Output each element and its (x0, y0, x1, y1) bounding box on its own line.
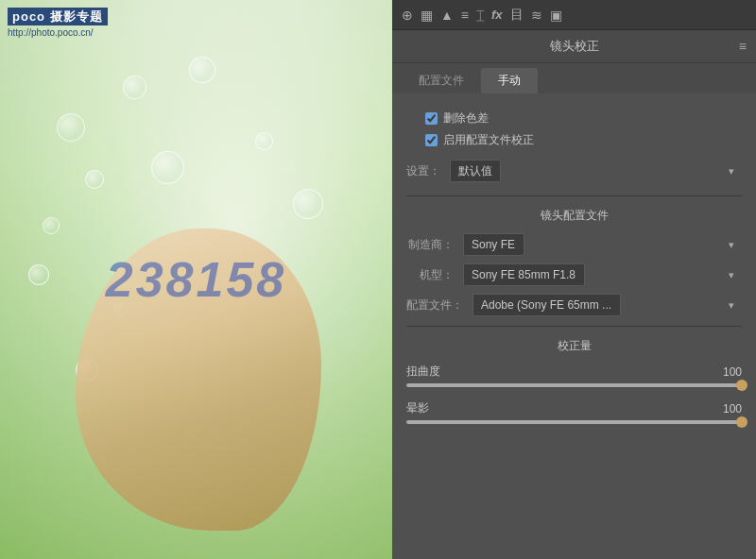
distortion-value: 100 (713, 365, 742, 379)
settings-select[interactable]: 默认值 (450, 160, 501, 182)
tab-profile[interactable]: 配置文件 (402, 68, 481, 93)
manufacturer-select[interactable]: Sony FE (463, 233, 524, 256)
distortion-fill (406, 383, 742, 387)
toolbar-icon-1[interactable]: ⊕ (402, 8, 413, 23)
settings-row: 设置： 默认值 (406, 160, 742, 182)
vignetting-track (406, 420, 742, 424)
checkbox-row-2: 启用配置文件校正 (425, 132, 742, 148)
toolbar-icon-3[interactable]: ▲ (440, 8, 454, 23)
checkbox-remove-aberration[interactable] (425, 112, 438, 125)
checkbox-section: 删除色差 启用配置文件校正 (425, 110, 742, 148)
content-area: 删除色差 启用配置文件校正 设置： 默认值 镜头配置文件 制造商： (392, 93, 756, 559)
toolbar-icon-7[interactable]: ≋ (531, 8, 542, 23)
model-row: 机型： Sony FE 85mm F1.8 (406, 263, 742, 286)
config-file-label: 配置文件： (406, 297, 463, 313)
vignetting-value: 100 (713, 402, 742, 415)
config-file-select-wrapper: Adobe (Sony FE 65mm ... (472, 294, 742, 316)
toolbar: ⊕ ▦ ▲ ≡ ⌶ fx 目 ≋ ▣ (392, 0, 756, 30)
config-file-row: 配置文件： Adobe (Sony FE 65mm ... (406, 294, 742, 316)
settings-label: 设置： (406, 163, 440, 179)
distortion-thumb[interactable] (736, 380, 747, 391)
manufacturer-row: 制造商： Sony FE (406, 233, 742, 256)
distortion-slider-header: 扭曲度 100 (406, 364, 742, 380)
watermark: 238158 (106, 251, 287, 308)
vignetting-label: 晕影 (406, 400, 429, 416)
vignetting-slider-header: 晕影 100 (406, 400, 742, 416)
lens-profile-section: 镜头配置文件 制造商： Sony FE 机型： Sony FE 85mm F1.… (406, 208, 742, 316)
toolbar-icon-5[interactable]: ⌶ (476, 8, 484, 23)
model-select-wrapper: Sony FE 85mm F1.8 (463, 263, 742, 286)
checkbox-label-2: 启用配置文件校正 (443, 132, 534, 148)
toolbar-icon-6[interactable]: 目 (510, 7, 524, 24)
vignetting-slider-row: 晕影 100 (406, 400, 742, 424)
checkbox-enable-profile[interactable] (425, 134, 438, 146)
panel-title: 镜头校正 (550, 38, 599, 55)
photo-panel: 238158 poco 摄影专题 http://photo.poco.cn/ (0, 0, 392, 559)
vignetting-fill (406, 420, 742, 424)
correction-section: 校正量 扭曲度 100 晕影 100 (406, 338, 742, 424)
toolbar-icon-8[interactable]: ▣ (550, 8, 562, 23)
distortion-label: 扭曲度 (406, 364, 440, 380)
toolbar-icon-4[interactable]: ≡ (461, 8, 469, 23)
settings-select-wrapper: 默认值 (450, 160, 742, 182)
panel-menu-icon[interactable]: ≡ (739, 39, 747, 54)
tabs: 配置文件 手动 (392, 63, 756, 93)
model-select[interactable]: Sony FE 85mm F1.8 (463, 263, 585, 286)
distortion-track (406, 383, 742, 387)
vignetting-thumb[interactable] (736, 416, 747, 428)
divider-1 (406, 195, 742, 196)
toolbar-icon-2[interactable]: ▦ (421, 8, 433, 23)
manufacturer-select-wrapper: Sony FE (463, 233, 742, 256)
panel-header: 镜头校正 ≡ (392, 30, 756, 63)
lens-profile-title: 镜头配置文件 (406, 208, 742, 224)
divider-2 (406, 326, 742, 327)
toolbar-icon-fx[interactable]: fx (491, 8, 503, 22)
checkbox-row-1: 删除色差 (425, 110, 742, 127)
right-panel: ⊕ ▦ ▲ ≡ ⌶ fx 目 ≋ ▣ 镜头校正 ≡ 配置文件 手动 删除色差 启… (392, 0, 756, 559)
tab-manual[interactable]: 手动 (481, 68, 538, 93)
manufacturer-label: 制造商： (406, 237, 454, 253)
correction-title: 校正量 (406, 338, 742, 354)
model-label: 机型： (406, 267, 454, 283)
distortion-slider-row: 扭曲度 100 (406, 364, 742, 387)
poco-logo: poco 摄影专题 http://photo.poco.cn/ (8, 8, 108, 38)
checkbox-label-1: 删除色差 (443, 110, 489, 127)
config-file-select[interactable]: Adobe (Sony FE 65mm ... (472, 294, 621, 316)
